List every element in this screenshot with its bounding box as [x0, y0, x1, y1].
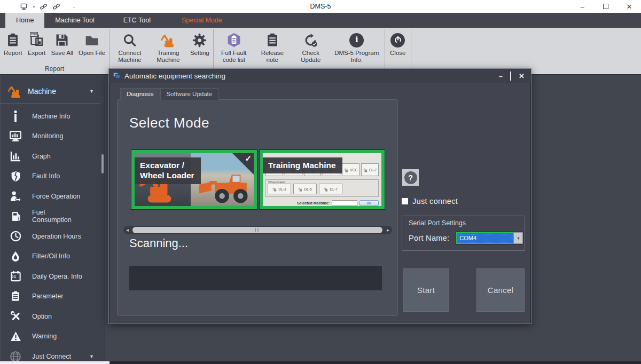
window-maximize-button[interactable]: [594, 0, 617, 13]
program-info-button[interactable]: i DMS-5 Program Info.: [330, 28, 384, 65]
mini-machine-button: DL-7: [361, 163, 379, 176]
mini-machine-button: VCC: [342, 163, 359, 176]
scroll-left-icon[interactable]: ◄: [123, 228, 131, 233]
bar-chart-icon: [6, 151, 25, 162]
dialog-tabs: Diagnosis Software Update: [120, 88, 218, 100]
sidebar-item-force-operation[interactable]: Force Operation: [0, 186, 105, 207]
clipboard-icon: [6, 291, 25, 302]
training-machine-button[interactable]: Training Machine: [149, 28, 187, 65]
sidebar-scrollbar-thumb[interactable]: [101, 154, 104, 173]
info-i-icon: [6, 110, 25, 122]
shield-crack-icon: [6, 171, 25, 182]
release-note-button[interactable]: Release note: [253, 28, 292, 65]
close-app-button[interactable]: Close: [386, 28, 410, 58]
oil-drop-icon: [6, 251, 25, 262]
sidebar-item-warning[interactable]: Warning: [0, 327, 105, 347]
save-all-button[interactable]: Save All: [49, 28, 76, 58]
sidebar-item-daily-opera[interactable]: 01 Daily Opera. Info: [0, 266, 105, 287]
sidebar-item-operation-hours[interactable]: Operation Hours: [0, 226, 105, 247]
check-update-button[interactable]: Check Update: [292, 28, 330, 65]
window-minimize-button[interactable]: –: [570, 0, 594, 13]
mini-machine-button: DL-3: [268, 184, 291, 194]
full-fault-code-list-button[interactable]: Full Fault code list: [215, 28, 253, 65]
start-button[interactable]: Start: [403, 268, 449, 312]
warning-triangle-icon: [6, 331, 25, 342]
scroll-right-icon[interactable]: ►: [384, 228, 392, 233]
scrollbar-grip-icon: [255, 228, 260, 232]
tab-etc-tool[interactable]: ETC Tool: [113, 13, 161, 28]
sidebar-item-machine-info[interactable]: Machine Info: [0, 106, 105, 126]
chevron-down-icon[interactable]: ▼: [89, 354, 94, 359]
connect-machine-button[interactable]: Connect Machine: [111, 28, 149, 65]
clock-icon: [6, 231, 25, 242]
report-icon: [6, 30, 20, 50]
port-name-label: Port Name:: [409, 234, 449, 242]
setting-button[interactable]: Setting: [187, 28, 212, 58]
mode-card-training-machine[interactable]: VCC DL-7 Wheel loader DL-3 DL-5 DL-7: [259, 149, 385, 210]
sidebar-item-parameter[interactable]: Parameter: [0, 287, 105, 307]
cancel-button[interactable]: Cancel: [476, 268, 525, 312]
tab-home[interactable]: Home: [5, 13, 44, 28]
scrollbar-thumb[interactable]: [132, 227, 382, 233]
bottom-edge: [0, 361, 641, 364]
titlebar: ▾ ⌄ DMS-5 – ✕: [0, 0, 641, 13]
cards-horizontal-scrollbar[interactable]: ◄ ►: [123, 226, 392, 234]
sidebar-item-just-connect[interactable]: Just Connect ▼: [0, 347, 105, 362]
folder-icon: [84, 30, 100, 50]
sidebar-item-graph[interactable]: Graph: [0, 146, 105, 167]
tab-machine-tool[interactable]: Machine Tool: [44, 13, 105, 28]
training-card-label: Training Machine: [263, 157, 342, 173]
tab-software-update[interactable]: Software Update: [160, 88, 219, 100]
chevron-down-icon[interactable]: ▼: [89, 89, 94, 94]
question-mark-icon: ?: [404, 171, 417, 184]
info-icon: i: [349, 30, 364, 50]
sidebar-item-fuel-consumption[interactable]: Fuel Consumption: [0, 207, 105, 227]
sidebar-item-fault-info[interactable]: Fault Info: [0, 167, 105, 187]
just-connect-label: Just connect: [412, 197, 458, 205]
just-connect-checkbox-row[interactable]: Just connect: [402, 197, 458, 205]
dialog-minimize-button[interactable]: –: [499, 73, 503, 80]
port-name-combobox[interactable]: COM4 ▼: [456, 232, 523, 244]
open-file-button[interactable]: Open File: [76, 28, 108, 58]
serial-port-settings-title: Serial Port Settings: [402, 216, 525, 227]
sidebar-header-machine[interactable]: Machine ▼: [0, 80, 100, 104]
dialog-close-button[interactable]: ✕: [519, 73, 525, 80]
magnifier-icon: [122, 30, 137, 50]
ribbon-tabbar: Home Machine Tool ETC Tool Special Mode: [0, 13, 641, 28]
dialog-title: Automatic equipment searching: [124, 72, 499, 80]
sidebar-item-monitoring[interactable]: Monitoring: [0, 126, 105, 147]
port-name-value[interactable]: COM4: [456, 232, 514, 244]
sidebar-header-label: Machine: [28, 87, 89, 96]
gear-icon: [192, 30, 207, 50]
dialog-maximize-button[interactable]: [510, 73, 511, 80]
tab-diagnosis[interactable]: Diagnosis: [120, 88, 160, 100]
sidebar-item-option[interactable]: Option: [0, 306, 105, 327]
excavator-photo: Excavator / Wheel Loader ✓: [135, 153, 254, 206]
scrollbar-track[interactable]: [131, 226, 384, 234]
refresh-icon: [303, 30, 318, 50]
sidebar-items: Machine Info Monitoring Graph Fault Info…: [0, 106, 105, 346]
globe-icon: [6, 351, 25, 361]
combo-dropdown-icon[interactable]: ▼: [514, 232, 523, 244]
mode-card-excavator[interactable]: Excavator / Wheel Loader ✓: [131, 149, 257, 210]
just-connect-checkbox[interactable]: [402, 198, 408, 204]
mini-machine-button: DL-5: [293, 184, 317, 194]
machine-excavator-icon: [7, 84, 22, 99]
hexagon-clipboard-icon: [226, 30, 241, 50]
dialog-titlebar: Automatic equipment searching – ✕: [109, 69, 531, 83]
ribbon-separator: [109, 29, 110, 73]
tab-special-mode[interactable]: Special Mode: [171, 13, 233, 28]
excavator-icon: [160, 30, 176, 50]
dialog-app-icon: [113, 73, 121, 79]
export-button[interactable]: CSU Export: [25, 28, 49, 58]
ribbon-group-info: Full Fault code list Release note Check …: [215, 28, 384, 74]
automatic-equipment-searching-dialog: Automatic equipment searching – ✕ Diagno…: [108, 68, 531, 324]
window-close-button[interactable]: ✕: [617, 0, 641, 13]
ribbon-group-caption: Report: [1, 65, 108, 74]
maximize-icon: [603, 4, 608, 9]
app-window: ▾ ⌄ DMS-5 – ✕ Home Machine Tool ETC Tool…: [0, 0, 641, 364]
calendar-icon: 01: [6, 271, 25, 282]
help-button[interactable]: ?: [402, 169, 419, 186]
report-button[interactable]: Report: [1, 28, 25, 58]
sidebar-item-filter-oil[interactable]: Filter/Oil Info: [0, 247, 105, 267]
